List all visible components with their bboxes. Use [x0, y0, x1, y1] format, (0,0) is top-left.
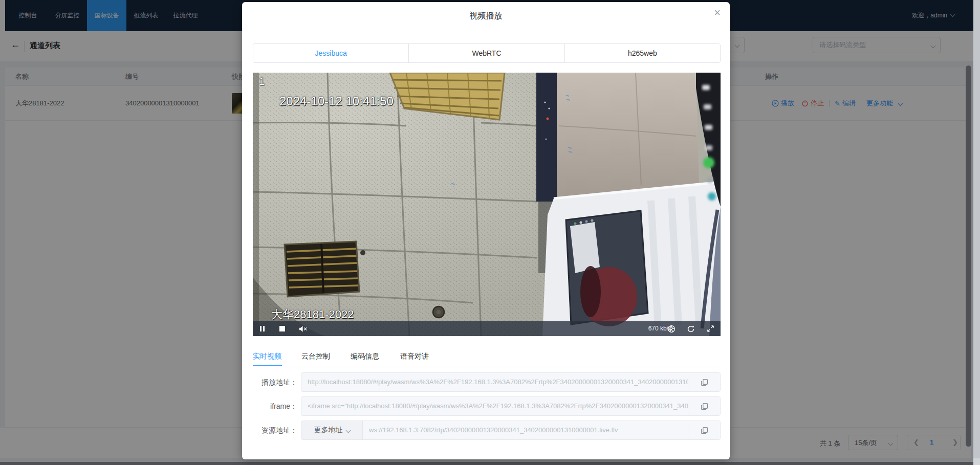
tabs-baseline [253, 366, 721, 366]
dialog-title: 视频播放 [242, 11, 730, 21]
tab-jessibuca[interactable]: Jessibuca [253, 44, 409, 62]
copy-play-url-button[interactable] [688, 373, 720, 391]
settings-button[interactable] [667, 321, 676, 336]
more-addresses-select[interactable]: 更多地址 [301, 421, 363, 439]
copy-icon [701, 427, 708, 434]
play-url-group: http://localhost:18080/#/play/wasm/ws%3A… [301, 372, 721, 392]
fullscreen-icon [707, 325, 714, 333]
osd-channel-number: 1 [259, 76, 265, 87]
tab-h265web[interactable]: h265web [565, 44, 720, 62]
resource-url-group: 更多地址 ws://192.168.1.3:7082/rtp/340200000… [301, 420, 721, 440]
reload-button[interactable] [687, 321, 695, 336]
osd-timestamp: 2024-10-12 10:41:50 [279, 94, 394, 108]
tab-live-video[interactable]: 实时视频 [253, 352, 281, 361]
play-url-label: 播放地址： [253, 372, 297, 392]
detail-tabs: 实时视频 云台控制 编码信息 语音对讲 [253, 348, 721, 368]
resource-url-label: 资源地址： [253, 420, 297, 440]
osd-camera-name: 大华28181-2022 [271, 307, 354, 322]
video-frame [253, 73, 721, 336]
window-scrollbar[interactable] [973, 0, 980, 465]
resource-url-row: 资源地址： 更多地址 ws://192.168.1.3:7082/rtp/340… [253, 420, 721, 440]
play-url-input[interactable]: http://localhost:18080/#/play/wasm/ws%3A… [301, 373, 688, 391]
refresh-icon [687, 325, 695, 333]
play-url-row: 播放地址： http://localhost:18080/#/play/wasm… [253, 372, 721, 392]
scrollbar-corner [973, 458, 980, 465]
stop-button[interactable] [279, 321, 285, 336]
pause-button[interactable] [260, 321, 266, 336]
resource-url-input[interactable]: ws://192.168.1.3:7082/rtp/34020000001320… [363, 421, 688, 439]
tab-webrtc[interactable]: WebRTC [409, 44, 564, 62]
copy-icon [701, 403, 708, 410]
video-play-dialog: 视频播放 × Jessibuca WebRTC h265web [242, 2, 730, 459]
copy-icon [701, 379, 708, 386]
more-addresses-label: 更多地址 [314, 426, 343, 435]
chevron-down-icon [345, 428, 351, 433]
iframe-group: <iframe src="http://localhost:18080/#/pl… [301, 396, 721, 416]
player-tabs: Jessibuca WebRTC h265web [253, 43, 721, 63]
close-icon[interactable]: × [714, 7, 721, 18]
copy-iframe-button[interactable] [688, 397, 720, 415]
tab-voice-intercom[interactable]: 语音对讲 [400, 352, 429, 361]
iframe-row: iframe： <iframe src="http://localhost:18… [253, 396, 721, 416]
iframe-label: iframe： [253, 396, 297, 416]
video-player[interactable]: 1 2024-10-12 10:41:50 大华28181-2022 670 k… [253, 73, 721, 336]
tab-ptz-control[interactable]: 云台控制 [301, 352, 330, 361]
mute-button[interactable] [299, 321, 308, 336]
screen: 控制台 分屏监控 国标设备 推流列表 拉流代理 欢迎，admin ← 通道列表 … [0, 0, 980, 465]
tab-encoding-info[interactable]: 编码信息 [351, 352, 379, 361]
copy-resource-url-button[interactable] [688, 421, 720, 439]
muted-speaker-icon [299, 325, 308, 333]
aperture-icon [667, 325, 676, 333]
player-control-bar: 670 kb/s [253, 321, 721, 336]
iframe-input[interactable]: <iframe src="http://localhost:18080/#/pl… [301, 397, 688, 415]
fullscreen-button[interactable] [707, 321, 714, 336]
